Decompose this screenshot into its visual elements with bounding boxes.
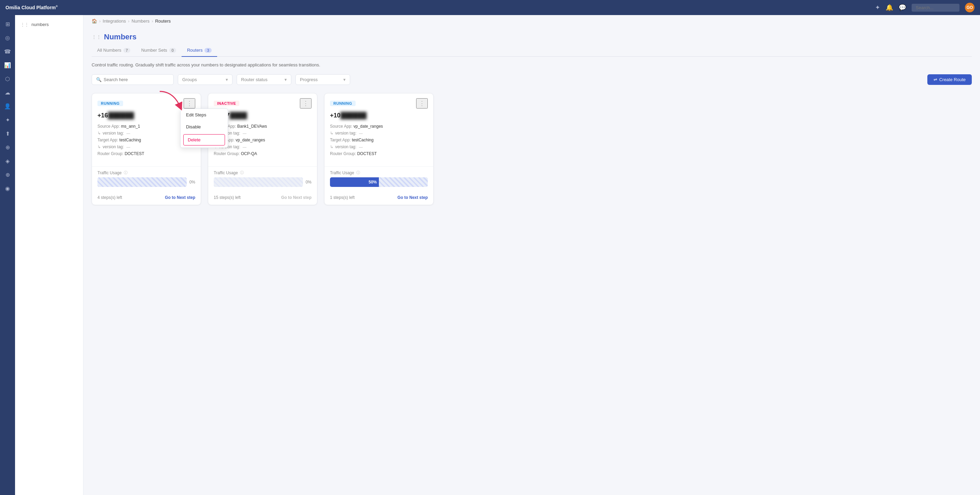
sidebar-icon-plus[interactable]: ⊕ [2,141,14,153]
card-3-header: RUNNING ⋮ [325,93,433,112]
breadcrumb-current: Routers [155,19,171,24]
card-2-traffic: Traffic Usage ⓘ 0% [208,170,317,192]
sidebar-icon-dot[interactable]: ◉ [2,182,14,195]
router-card-1: RUNNING ⋮ +16██████ Source App: ms_ann_1… [92,93,201,205]
create-route-button[interactable]: ⇌ Create Route [928,74,972,85]
context-menu-delete[interactable]: Delete [183,134,225,145]
tab-all-numbers-badge: 7 [123,48,130,53]
sidebar-icon-settings2[interactable]: ◈ [2,155,14,167]
card-3-number: +10██████ [330,112,428,119]
sidebar-icon-star[interactable]: ✦ [2,113,14,126]
card-2-menu-button[interactable]: ⋮ [300,98,312,109]
sidebar-icon-user[interactable]: 👤 [2,100,14,112]
topnav-right: ✦ 🔔 💬 GO [875,3,975,12]
groups-filter[interactable]: Groups ▾ [178,74,232,85]
tab-number-sets[interactable]: Number Sets 0 [136,44,181,57]
tab-all-numbers[interactable]: All Numbers 7 [92,44,136,57]
card-2-steps-left: 15 steps(s) left [214,195,241,200]
router-card-3: RUNNING ⋮ +10██████ Source App: vp_date_… [324,93,434,205]
card-3-footer: 1 steps(s) left Go to Next step [325,192,433,205]
context-menu-edit-steps[interactable]: Edit Steps [181,109,228,121]
page-header-dots: ⋮⋮ [92,34,101,40]
card-3-menu-button[interactable]: ⋮ [416,98,428,109]
card-2-footer: 15 steps(s) left Go to Next step [208,192,317,205]
sidebar-icon-circle[interactable]: ◎ [2,32,14,44]
card-3-traffic: Traffic Usage ⓘ 50% [325,170,433,192]
card-1-steps-left: 4 steps(s) left [97,195,122,200]
left-panel-item-numbers[interactable]: ⋮⋮ numbers [15,19,83,30]
context-menu-disable[interactable]: Disable [181,121,228,133]
page-header: ⋮⋮ Numbers [92,27,972,44]
card-2-go-next-button: Go to Next step [281,195,312,200]
sidebar-icon-contacts[interactable]: ☎ [2,45,14,57]
tab-routers-badge: 3 [204,48,211,53]
card-1-status-badge: RUNNING [97,101,123,106]
sidebar: ⊞ ◎ ☎ 📊 ⬡ ☁ 👤 ✦ ⬆ ⊕ ◈ ⊕ ◉ [0,15,15,495]
info-icon-2: ⓘ [240,170,244,175]
toolbar: 🔍 Groups ▾ Router status ▾ Progress ▾ [92,74,972,85]
sidebar-icon-grid[interactable]: ⊞ [2,18,14,30]
search-input[interactable] [103,77,169,82]
tabs: All Numbers 7 Number Sets 0 Routers 3 [92,44,972,57]
card-2-number: +1:67████ [214,112,312,119]
card-1-traffic: Traffic Usage ⓘ 0% [92,170,201,192]
card-1-router-group: Router Group: DOCTEST [97,151,195,156]
search-box[interactable]: 🔍 [92,74,174,85]
card-3-target-app: Target App: testCaching [330,137,428,142]
sidebar-icon-add[interactable]: ⊕ [2,168,14,181]
card-3-status-badge: RUNNING [330,101,356,106]
topnav-left: Omilia Cloud Platform® [5,5,58,10]
card-3-body: +10██████ Source App: vp_date_ranges ↳ v… [325,112,433,163]
context-menu-panel: Edit Steps Disable Delete [180,109,228,148]
sidebar-icon-cloud[interactable]: ☁ [2,86,14,99]
router-status-filter[interactable]: Router status ▾ [237,74,291,85]
tab-number-sets-badge: 0 [169,48,176,53]
bell-icon[interactable]: 🔔 [886,4,893,11]
card-3-version-tag: ↳ version tag: — [330,131,428,136]
card-1-go-next-button[interactable]: Go to Next step [165,195,195,200]
chevron-down-icon-3: ▾ [343,77,346,82]
breadcrumb-numbers[interactable]: Numbers [132,19,150,24]
cards-grid: RUNNING ⋮ +16██████ Source App: ms_ann_1… [92,93,972,205]
card-2-router-group: Router Group: OCP-QA [214,151,312,156]
sidebar-icon-hex[interactable]: ⬡ [2,73,14,85]
card-2-status-badge: INACTIVE [214,101,239,106]
card-3-steps-left: 1 steps(s) left [330,195,355,200]
info-icon: ⓘ [124,170,127,175]
card-3-target-version: ↳ version tag: — [330,144,428,149]
card-2-source-app: Source App: Bank1_DEVAws [214,124,312,129]
card-2-version-tag: ↳ version tag: — [214,131,312,136]
card-3-router-group: Router Group: DOCTEST [330,151,428,156]
settings-icon[interactable]: ✦ [875,4,880,11]
breadcrumb: 🏠 › Integrations › Numbers › Routers [83,15,980,27]
progress-filter[interactable]: Progress ▾ [296,74,350,85]
sidebar-icon-upload[interactable]: ⬆ [2,127,14,140]
left-panel: ⋮⋮ numbers [15,15,83,495]
info-icon-3: ⓘ [356,170,360,175]
message-icon[interactable]: 💬 [899,4,906,11]
route-icon: ⇌ [934,77,937,82]
search-icon: 🔍 [96,77,102,82]
page-description: Control traffic routing. Gradually shift… [92,62,972,67]
card-1-footer: 4 steps(s) left Go to Next step [92,192,201,205]
topnav-search[interactable] [912,4,959,12]
context-menu: Edit Steps Disable Delete [180,109,228,148]
chevron-down-icon-2: ▾ [285,77,287,82]
page-title: Numbers [104,32,137,42]
chevron-down-icon: ▾ [226,77,228,82]
card-2-target-app: Target App: vp_date_ranges [214,137,312,142]
home-icon[interactable]: 🏠 [92,19,97,24]
breadcrumb-integrations[interactable]: Integrations [103,19,126,24]
topnav-logo: Omilia Cloud Platform® [5,5,58,10]
card-3-source-app: Source App: vp_date_ranges [330,124,428,129]
card-2-target-version: ↳ version tag: — [214,144,312,149]
main-content: 🏠 › Integrations › Numbers › Routers ⋮⋮ … [83,15,980,495]
topnav: Omilia Cloud Platform® ✦ 🔔 💬 GO [0,0,980,15]
card-1-menu-button[interactable]: ⋮ [184,98,195,109]
sidebar-icon-chart[interactable]: 📊 [2,59,14,71]
card-3-go-next-button[interactable]: Go to Next step [397,195,428,200]
tab-routers[interactable]: Routers 3 [181,44,217,57]
dots-icon: ⋮⋮ [21,22,29,27]
user-avatar[interactable]: GO [965,3,975,12]
